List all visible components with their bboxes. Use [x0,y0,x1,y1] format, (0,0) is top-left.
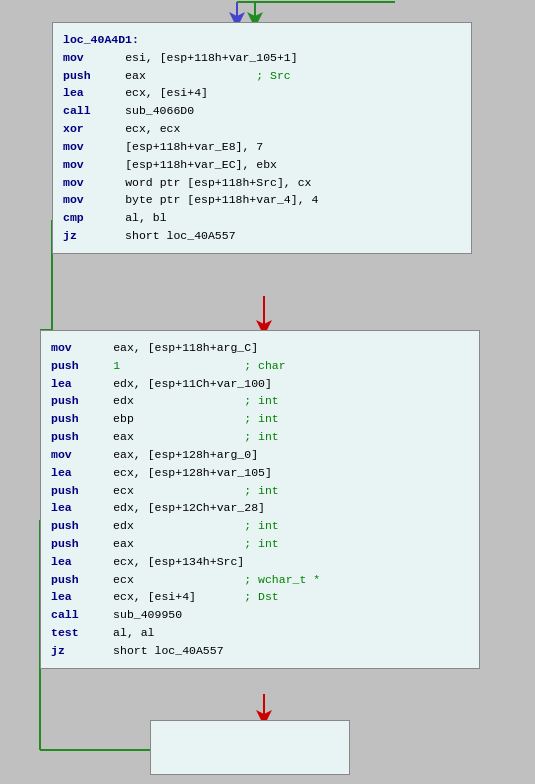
code-line-5: xor ecx, ecx [63,120,461,138]
code-line-2: push eax ; Src [63,67,461,85]
mid-line-8: lea ecx, [esp+128h+var_105] [51,464,469,482]
code-line-7: mov [esp+118h+var_EC], ebx [63,156,461,174]
block-label: loc_40A4D1: [63,33,139,46]
mid-line-1: mov eax, [esp+118h+arg_C] [51,339,469,357]
code-line-3: lea ecx, [esi+4] [63,84,461,102]
mid-line-15: lea ecx, [esi+4] ; Dst [51,588,469,606]
code-line-4: call sub_4066D0 [63,102,461,120]
code-line-10: cmp al, bl [63,209,461,227]
mid-line-17: test al, al [51,624,469,642]
mid-line-12: push eax ; int [51,535,469,553]
code-line-8: mov word ptr [esp+118h+Src], cx [63,174,461,192]
block-bottom [150,720,350,775]
mid-line-5: push ebp ; int [51,410,469,428]
label-line: loc_40A4D1: [63,31,461,49]
code-line-1: mov esi, [esp+118h+var_105+1] [63,49,461,67]
code-line-6: mov [esp+118h+var_E8], 7 [63,138,461,156]
code-line-11: jz short loc_40A557 [63,227,461,245]
code-line-9: mov byte ptr [esp+118h+var_4], 4 [63,191,461,209]
block-middle: mov eax, [esp+118h+arg_C] push 1 ; char … [40,330,480,669]
mid-line-10: lea edx, [esp+12Ch+var_28] [51,499,469,517]
mid-line-6: push eax ; int [51,428,469,446]
mid-line-7: mov eax, [esp+128h+arg_0] [51,446,469,464]
mid-line-13: lea ecx, [esp+134h+Src] [51,553,469,571]
mid-line-16: call sub_409950 [51,606,469,624]
mid-line-9: push ecx ; int [51,482,469,500]
diagram-container: loc_40A4D1: mov esi, [esp+118h+var_105+1… [0,0,535,784]
mid-line-18: jz short loc_40A557 [51,642,469,660]
mid-line-2: push 1 ; char [51,357,469,375]
block-top: loc_40A4D1: mov esi, [esp+118h+var_105+1… [52,22,472,254]
mid-line-14: push ecx ; wchar_t * [51,571,469,589]
mid-line-11: push edx ; int [51,517,469,535]
mid-line-4: push edx ; int [51,392,469,410]
mid-line-3: lea edx, [esp+11Ch+var_100] [51,375,469,393]
